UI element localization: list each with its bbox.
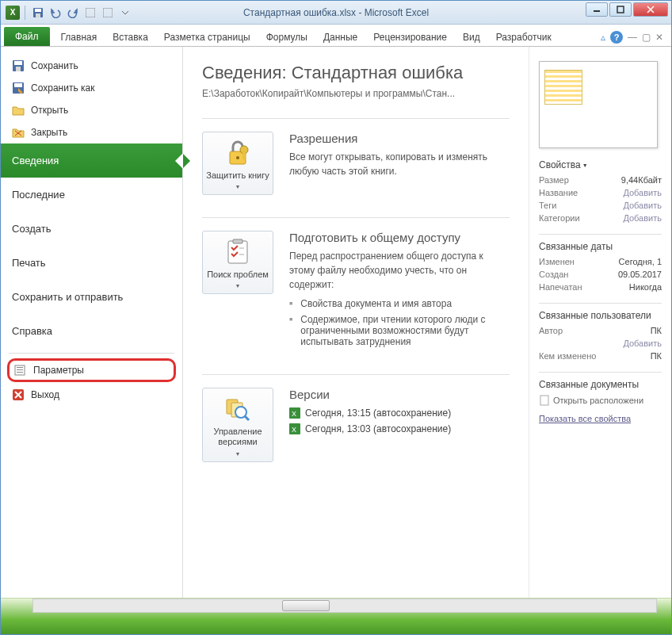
scrollbar-thumb[interactable] xyxy=(282,600,330,611)
manage-versions-button[interactable]: Управление версиями ▼ xyxy=(202,388,273,461)
prop-row: НазваниеДобавить xyxy=(539,188,662,197)
nav-close[interactable]: Закрыть xyxy=(1,121,182,143)
nav-print[interactable]: Печать xyxy=(1,246,182,280)
file-icon xyxy=(539,395,550,406)
app-window: X Стандартная ошибка.xlsx - Microsoft Ex… xyxy=(0,0,672,635)
permissions-section: Защитить книгу ▼ Разрешения Все могут от… xyxy=(202,118,510,195)
tab-developer[interactable]: Разработчик xyxy=(488,28,559,46)
nav-save-as[interactable]: Сохранить как xyxy=(1,77,182,99)
prop-row: АвторПК xyxy=(539,326,662,335)
version-item[interactable]: X Сегодня, 13:03 (автосохранение) xyxy=(289,423,510,434)
add-tags-link[interactable]: Добавить xyxy=(623,201,662,210)
svg-rect-15 xyxy=(17,372,23,373)
tab-layout[interactable]: Разметка страницы xyxy=(156,28,258,46)
prop-row: Размер9,44Кбайт xyxy=(539,175,662,185)
qat-button[interactable] xyxy=(82,5,98,21)
tab-insert[interactable]: Вставка xyxy=(105,28,156,46)
svg-rect-9 xyxy=(16,67,21,71)
save-icon xyxy=(12,59,25,72)
qat-save-button[interactable] xyxy=(30,5,46,21)
docs-heading: Связанные документы xyxy=(539,379,662,390)
tab-view[interactable]: Вид xyxy=(455,28,488,46)
doc-restore-icon[interactable]: ▢ xyxy=(642,32,651,43)
svg-point-27 xyxy=(235,407,246,418)
versions-icon xyxy=(223,395,252,423)
qat-redo-button[interactable] xyxy=(65,5,81,21)
version-item[interactable]: X Сегодня, 13:15 (автосохранение) xyxy=(289,407,510,419)
nav-save[interactable]: Сохранить xyxy=(1,55,182,77)
svg-rect-1 xyxy=(35,9,41,12)
status-bar xyxy=(1,598,671,634)
nav-recent[interactable]: Последние xyxy=(1,178,182,212)
page-title: Сведения: Стандартная ошибка xyxy=(202,63,510,83)
svg-text:X: X xyxy=(292,426,296,434)
doc-close-icon[interactable]: ✕ xyxy=(655,32,663,43)
doc-minimize-icon[interactable]: — xyxy=(628,32,637,43)
qat-button[interactable] xyxy=(100,5,116,21)
svg-point-18 xyxy=(236,156,239,159)
add-title-link[interactable]: Добавить xyxy=(623,188,662,197)
add-author-link[interactable]: Добавить xyxy=(623,339,662,348)
excel-file-icon: X xyxy=(289,407,300,419)
add-categories-link[interactable]: Добавить xyxy=(623,213,662,223)
tab-file[interactable]: Файл xyxy=(4,27,50,46)
svg-rect-11 xyxy=(14,83,22,87)
prop-row: Кем измененоПК xyxy=(539,351,662,361)
excel-file-icon: X xyxy=(289,423,300,434)
versions-section: Управление версиями ▼ Версии X Сегодня, … xyxy=(202,374,510,461)
prop-row: КатегорииДобавить xyxy=(539,213,662,223)
checklist-icon xyxy=(223,238,252,266)
tab-home[interactable]: Главная xyxy=(53,28,105,46)
protect-workbook-button[interactable]: Защитить книгу ▼ xyxy=(202,132,273,195)
prop-row: ИзмененСегодня, 1 xyxy=(539,257,662,266)
help-icon[interactable]: ? xyxy=(610,31,623,44)
prepare-text: Перед распространением общего доступа к … xyxy=(289,249,510,292)
nav-exit[interactable]: Выход xyxy=(1,384,182,406)
show-all-properties-link[interactable]: Показать все свойства xyxy=(539,414,662,423)
svg-point-19 xyxy=(240,146,248,154)
nav-open[interactable]: Открыть xyxy=(1,99,182,121)
qat-dropdown-button[interactable] xyxy=(117,5,133,21)
close-button[interactable] xyxy=(633,2,668,17)
nav-info[interactable]: Сведения xyxy=(1,143,182,178)
svg-rect-13 xyxy=(17,367,23,368)
maximize-button[interactable] xyxy=(609,2,632,17)
list-item: Содержимое, при чтении которого люди с о… xyxy=(289,314,510,347)
options-icon xyxy=(14,364,27,377)
svg-rect-4 xyxy=(103,8,113,17)
svg-rect-8 xyxy=(14,61,22,65)
svg-rect-22 xyxy=(233,239,242,243)
ribbon-tabs: Файл Главная Вставка Разметка страницы Ф… xyxy=(1,25,671,47)
nav-new[interactable]: Создать xyxy=(1,212,182,246)
file-path: E:\Заработок\Копирайт\Компьютеры и прогр… xyxy=(202,88,510,99)
window-controls xyxy=(586,2,668,17)
svg-rect-2 xyxy=(36,13,40,17)
svg-rect-33 xyxy=(540,396,548,405)
minimize-button[interactable] xyxy=(586,2,608,17)
prepare-section: Поиск проблем ▼ Подготовить к общему дос… xyxy=(202,217,510,352)
horizontal-scrollbar[interactable] xyxy=(32,599,657,613)
tab-formulas[interactable]: Формулы xyxy=(258,28,315,46)
backstage-content: Сведения: Стандартная ошибка E:\Заработо… xyxy=(183,47,671,598)
svg-rect-6 xyxy=(617,6,624,13)
folder-open-icon xyxy=(12,104,25,117)
quick-access-toolbar: X xyxy=(1,5,133,21)
qat-undo-button[interactable] xyxy=(48,5,63,21)
save-as-icon xyxy=(12,82,25,94)
nav-help[interactable]: Справка xyxy=(1,314,182,348)
svg-rect-14 xyxy=(17,369,23,370)
properties-dropdown[interactable]: Свойства ▼ xyxy=(539,159,662,170)
backstage-nav: Сохранить Сохранить как Открыть Закрыть … xyxy=(1,47,183,598)
nav-share[interactable]: Сохранить и отправить xyxy=(1,280,182,314)
document-thumbnail xyxy=(539,61,658,148)
window-title: Стандартная ошибка.xlsx - Microsoft Exce… xyxy=(243,7,429,18)
nav-options[interactable]: Параметры xyxy=(7,358,176,382)
tab-data[interactable]: Данные xyxy=(315,28,365,46)
ribbon-minimize-icon[interactable]: ▵ xyxy=(601,32,605,43)
check-issues-button[interactable]: Поиск проблем ▼ xyxy=(202,231,273,294)
open-location-link[interactable]: Открыть расположени xyxy=(539,395,662,406)
backstage-view: Сохранить Сохранить как Открыть Закрыть … xyxy=(1,47,671,598)
tab-review[interactable]: Рецензирование xyxy=(365,28,455,46)
prop-row: Создан09.05.2017 xyxy=(539,270,662,279)
prop-row: ТегиДобавить xyxy=(539,201,662,210)
